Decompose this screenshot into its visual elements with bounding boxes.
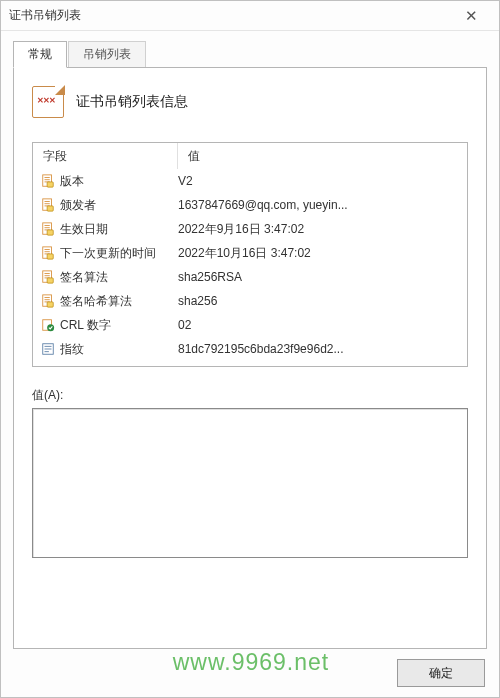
tab-crl-list[interactable]: 吊销列表 bbox=[68, 41, 146, 68]
field-icon bbox=[39, 317, 57, 333]
field-value: sha256RSA bbox=[178, 270, 461, 284]
field-name: 指纹 bbox=[60, 341, 178, 358]
field-icon bbox=[39, 269, 57, 285]
tab-panel-general: 证书吊销列表信息 字段 值 版本V2颁发者1637847669@qq.com, … bbox=[13, 67, 487, 649]
field-name: 下一次更新的时间 bbox=[60, 245, 178, 262]
field-value: V2 bbox=[178, 174, 461, 188]
value-label: 值(A): bbox=[32, 387, 468, 404]
svg-rect-24 bbox=[47, 278, 53, 283]
field-row[interactable]: 签名算法sha256RSA bbox=[33, 265, 467, 289]
field-icon bbox=[39, 293, 57, 309]
window-title: 证书吊销列表 bbox=[9, 7, 451, 24]
field-row[interactable]: 签名哈希算法sha256 bbox=[33, 289, 467, 313]
svg-rect-9 bbox=[47, 206, 53, 211]
field-row[interactable]: 颁发者1637847669@qq.com, yueyin... bbox=[33, 193, 467, 217]
close-icon[interactable]: ✕ bbox=[451, 7, 491, 25]
field-row[interactable]: 版本V2 bbox=[33, 169, 467, 193]
field-row[interactable]: CRL 数字02 bbox=[33, 313, 467, 337]
field-icon bbox=[39, 221, 57, 237]
heading-row: 证书吊销列表信息 bbox=[32, 86, 468, 118]
fields-listview[interactable]: 字段 值 版本V2颁发者1637847669@qq.com, yueyin...… bbox=[32, 142, 468, 367]
field-icon bbox=[39, 245, 57, 261]
field-name: 版本 bbox=[60, 173, 178, 190]
tab-general[interactable]: 常规 bbox=[13, 41, 67, 68]
field-icon bbox=[39, 197, 57, 213]
field-value: 2022年9月16日 3:47:02 bbox=[178, 221, 461, 238]
titlebar: 证书吊销列表 ✕ bbox=[1, 1, 499, 31]
field-name: 签名哈希算法 bbox=[60, 293, 178, 310]
field-name: 颁发者 bbox=[60, 197, 178, 214]
value-textbox[interactable] bbox=[32, 408, 468, 558]
crl-icon bbox=[32, 86, 64, 118]
col-header-field[interactable]: 字段 bbox=[33, 143, 178, 169]
svg-rect-14 bbox=[47, 230, 53, 235]
field-row[interactable]: 指纹81dc792195c6bda23f9e96d2... bbox=[33, 337, 467, 361]
field-value: 81dc792195c6bda23f9e96d2... bbox=[178, 342, 461, 356]
field-row[interactable]: 生效日期2022年9月16日 3:47:02 bbox=[33, 217, 467, 241]
client-area: 常规 吊销列表 证书吊销列表信息 字段 值 版本V2颁发者1637847669@… bbox=[1, 31, 499, 649]
field-row[interactable]: 下一次更新的时间2022年10月16日 3:47:02 bbox=[33, 241, 467, 265]
svg-rect-4 bbox=[47, 182, 53, 187]
fields-header: 字段 值 bbox=[33, 143, 467, 169]
field-name: 生效日期 bbox=[60, 221, 178, 238]
button-bar: 确定 bbox=[1, 649, 499, 697]
field-value: sha256 bbox=[178, 294, 461, 308]
svg-rect-29 bbox=[47, 302, 53, 307]
crl-dialog: 证书吊销列表 ✕ 常规 吊销列表 证书吊销列表信息 字段 值 版本V2颁发者16… bbox=[0, 0, 500, 698]
field-icon bbox=[39, 173, 57, 189]
ok-button[interactable]: 确定 bbox=[397, 659, 485, 687]
svg-rect-19 bbox=[47, 254, 53, 259]
field-value: 1637847669@qq.com, yueyin... bbox=[178, 198, 461, 212]
field-name: 签名算法 bbox=[60, 269, 178, 286]
field-value: 2022年10月16日 3:47:02 bbox=[178, 245, 461, 262]
field-value: 02 bbox=[178, 318, 461, 332]
tab-strip: 常规 吊销列表 bbox=[13, 41, 487, 68]
field-name: CRL 数字 bbox=[60, 317, 178, 334]
col-header-value[interactable]: 值 bbox=[178, 143, 467, 169]
heading-text: 证书吊销列表信息 bbox=[76, 93, 188, 111]
field-icon bbox=[39, 341, 57, 357]
